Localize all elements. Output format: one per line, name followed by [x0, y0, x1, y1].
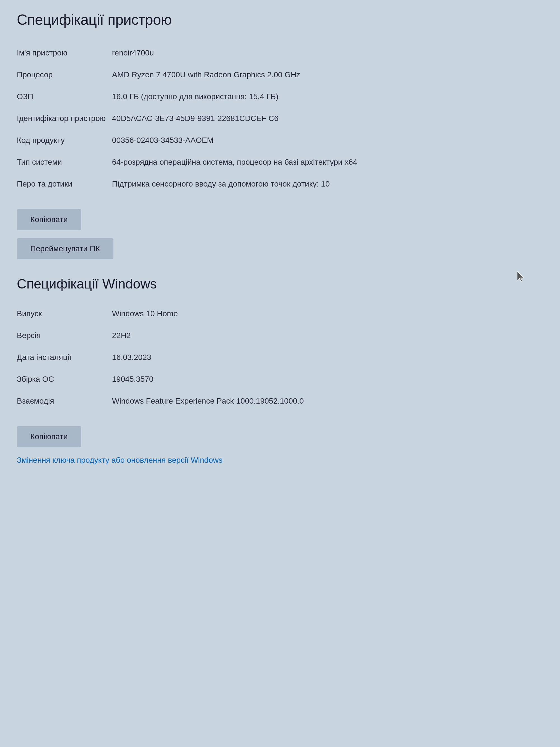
table-row: Дата інсталяції16.03.2023: [17, 346, 543, 368]
page-container: Специфікації пристрою Ім'я пристроюrenoi…: [17, 11, 543, 465]
change-key-row: Змінення ключа продукту або оновлення ве…: [17, 456, 543, 465]
windows-copy-button[interactable]: Копіювати: [17, 426, 81, 447]
spec-label: Випуск: [17, 303, 112, 325]
spec-value: AMD Ryzen 7 4700U with Radeon Graphics 2…: [112, 64, 543, 86]
spec-label: Ідентифікатор пристрою: [17, 107, 112, 129]
spec-value: 19045.3570: [112, 368, 543, 390]
spec-label: Версія: [17, 325, 112, 346]
spec-value: Windows 10 Home: [112, 303, 543, 325]
windows-specs-table: ВипускWindows 10 HomeВерсія22H2Дата інст…: [17, 303, 543, 412]
spec-label: Тип системи: [17, 151, 112, 173]
spec-label: Дата інсталяції: [17, 346, 112, 368]
table-row: ОЗП16,0 ГБ (доступно для використання: 1…: [17, 86, 543, 107]
spec-value: 22H2: [112, 325, 543, 346]
spec-value: 64-розрядна операційна система, процесор…: [112, 151, 543, 173]
spec-label: Процесор: [17, 64, 112, 86]
spec-label: Ім'я пристрою: [17, 42, 112, 64]
device-specs-section: Специфікації пристрою Ім'я пристроюrenoi…: [17, 11, 543, 259]
cursor-icon: [515, 271, 526, 282]
spec-label: Збірка ОС: [17, 368, 112, 390]
windows-specs-section: Специфікації Windows ВипускWindows 10 Ho…: [17, 276, 543, 465]
copy-button-row: Копіювати: [17, 209, 543, 230]
spec-value: Windows Feature Experience Pack 1000.190…: [112, 390, 543, 412]
change-key-link[interactable]: Змінення ключа продукту або оновлення ве…: [17, 456, 222, 465]
spec-label: Код продукту: [17, 129, 112, 151]
device-specs-title: Специфікації пристрою: [17, 11, 543, 28]
spec-value: 16.03.2023: [112, 346, 543, 368]
windows-spec-header: Специфікації Windows: [17, 276, 543, 303]
spec-value: 40D5ACAC-3E73-45D9-9391-22681CDCEF C6: [112, 107, 543, 129]
table-row: Версія22H2: [17, 325, 543, 346]
windows-specs-title: Специфікації Windows: [17, 276, 157, 291]
table-row: Код продукту00356-02403-34533-AAOEM: [17, 129, 543, 151]
spec-value: 16,0 ГБ (доступно для використання: 15,4…: [112, 86, 543, 107]
table-row: Збірка ОС19045.3570: [17, 368, 543, 390]
rename-button-row: Перейменувати ПК: [17, 238, 543, 259]
rename-pc-button[interactable]: Перейменувати ПК: [17, 238, 113, 259]
table-row: ВзаємодіяWindows Feature Experience Pack…: [17, 390, 543, 412]
device-specs-table: Ім'я пристроюrenoir4700uПроцесорAMD Ryze…: [17, 42, 543, 195]
device-copy-button[interactable]: Копіювати: [17, 209, 81, 230]
table-row: Ім'я пристроюrenoir4700u: [17, 42, 543, 64]
table-row: Перо та дотикиПідтримка сенсорного вводу…: [17, 173, 543, 195]
table-row: Ідентифікатор пристрою40D5ACAC-3E73-45D9…: [17, 107, 543, 129]
spec-value: Підтримка сенсорного вводу за допомогою …: [112, 173, 543, 195]
spec-label: Взаємодія: [17, 390, 112, 412]
windows-copy-button-row: Копіювати: [17, 426, 543, 447]
spec-label: Перо та дотики: [17, 173, 112, 195]
spec-value: 00356-02403-34533-AAOEM: [112, 129, 543, 151]
table-row: ВипускWindows 10 Home: [17, 303, 543, 325]
table-row: Тип системи64-розрядна операційна систем…: [17, 151, 543, 173]
spec-value: renoir4700u: [112, 42, 543, 64]
table-row: ПроцесорAMD Ryzen 7 4700U with Radeon Gr…: [17, 64, 543, 86]
spec-label: ОЗП: [17, 86, 112, 107]
